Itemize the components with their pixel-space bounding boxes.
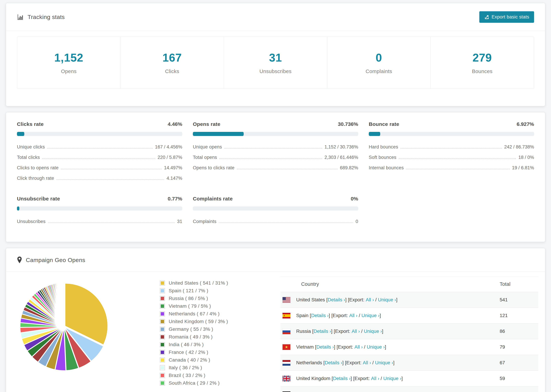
rate-detail-row: Total opens 2,303 / 61.446% <box>193 152 358 163</box>
slash-separator: / <box>364 344 365 350</box>
rate-detail-row: Soft bounces 18 / 0% <box>369 152 534 163</box>
rate-detail-value: 19 / 6.81% <box>512 165 534 170</box>
rate-title: Unsubscribe rate <box>17 196 60 202</box>
export-unique-link[interactable]: Unique › <box>375 360 393 365</box>
dotted-leader <box>48 223 175 223</box>
rate-detail-label: Complaints <box>193 219 216 224</box>
export-unique-link[interactable]: Unique › <box>378 297 396 302</box>
export-prefix: [Export: <box>331 313 348 318</box>
export-unique-link[interactable]: Unique › <box>361 313 380 318</box>
geo-title-group: Campaign Geo Opens <box>17 256 85 264</box>
legend-label: France ( 42 / 2% ) <box>169 350 208 355</box>
rate-rows: Unique opens 1,152 / 30.736% Total opens… <box>193 142 358 173</box>
export-prefix: [Export: <box>345 360 361 365</box>
country-cell: Vietnam [ Details › ] [Export: All › / U… <box>281 344 500 350</box>
dotted-leader <box>219 223 353 223</box>
rate-block: Opens rate 30.736% Unique opens 1,152 / … <box>193 121 358 183</box>
export-basic-stats-button[interactable]: Export basic stats <box>479 11 534 23</box>
export-icon <box>484 14 489 20</box>
legend-label: Germany ( 55 / 3% ) <box>169 327 213 332</box>
rate-head: Clicks rate 4.46% <box>17 121 182 127</box>
legend-item: Spain ( 121 / 7% ) <box>160 288 281 294</box>
dotted-leader <box>57 179 164 180</box>
details-link[interactable]: Details › <box>325 360 342 365</box>
legend-color-swatch <box>160 373 165 378</box>
rate-progress-track <box>17 132 182 136</box>
legend-color-swatch <box>160 365 165 370</box>
tracking-stats-title-group: Tracking stats <box>17 14 65 21</box>
bar-chart-icon <box>17 14 24 21</box>
dotted-leader <box>219 158 322 159</box>
legend-item: South Africa ( 29 / 2% ) <box>160 380 281 386</box>
legend-color-swatch <box>160 334 165 339</box>
bracket-close: ] <box>331 329 332 334</box>
legend-color-swatch <box>160 350 165 355</box>
geo-table-row: Russia [ Details › ] [Export: All › / Un… <box>281 323 538 339</box>
rate-progress-fill <box>369 132 380 136</box>
geo-table-row: Spain [ Details › ] [Export: All › / Uni… <box>281 308 538 323</box>
details-link[interactable]: Details › <box>328 297 345 302</box>
legend-item: Italy ( 36 / 2% ) <box>160 365 281 371</box>
slash-separator: / <box>361 329 363 334</box>
bracket-open: [ <box>323 360 325 365</box>
legend-color-swatch <box>160 304 165 309</box>
rate-head: Opens rate 30.736% <box>193 121 358 127</box>
rate-head: Bounce rate 6.927% <box>369 121 534 127</box>
rate-detail-value: 167 / 4.456% <box>155 144 182 150</box>
rate-detail-value: 2,303 / 61.446% <box>325 155 358 160</box>
country-cell: United Kingdom [ Details › ] [Export: Al… <box>281 376 500 381</box>
rate-detail-value: 1,152 / 30.736% <box>325 144 358 150</box>
export-all-link[interactable]: All › <box>349 313 357 318</box>
export-button-label: Export basic stats <box>492 14 529 20</box>
legend-label: United Kingdom ( 59 / 3% ) <box>169 319 228 324</box>
rate-progress-fill <box>17 132 24 136</box>
export-all-link[interactable]: All › <box>371 376 379 381</box>
export-all-link[interactable]: All › <box>354 344 363 350</box>
legend-item: United States ( 541 / 31% ) <box>160 280 281 286</box>
tracking-stats-body: 1,152 Opens 167 Clicks 31 Unsubscribes 0… <box>6 31 545 106</box>
bracket-open: [ <box>312 329 313 334</box>
details-link[interactable]: Details › <box>311 313 329 318</box>
rate-detail-label: Clicks to opens rate <box>17 165 58 170</box>
details-link[interactable]: Details › <box>313 329 331 334</box>
rate-detail-row: Click through rate 4.147% <box>17 173 182 183</box>
export-all-link[interactable]: All › <box>363 360 371 365</box>
rates-grid: Clicks rate 4.46% Unique clicks 167 / 4.… <box>17 121 534 227</box>
rate-detail-value: 689.82% <box>340 165 358 170</box>
legend-label: Spain ( 121 / 7% ) <box>169 288 208 294</box>
rate-title: Clicks rate <box>17 121 44 127</box>
dotted-leader <box>237 169 338 169</box>
rate-value: 0% <box>351 196 358 202</box>
rate-value: 30.736% <box>338 121 358 127</box>
geo-panel-header: Campaign Geo Opens <box>6 248 545 272</box>
legend-label: Netherlands ( 67 / 4% ) <box>169 311 219 317</box>
country-name: Spain <box>296 313 309 318</box>
export-prefix: [Export: <box>353 376 370 381</box>
rate-rows: Unsubscribes 31 <box>17 216 182 227</box>
country-total: 541 <box>500 292 538 308</box>
details-link[interactable]: Details › <box>333 376 351 381</box>
export-all-link[interactable]: All › <box>366 297 374 302</box>
dotted-leader <box>42 158 155 159</box>
geo-table-row: United States [ Details › ] [Export: All… <box>281 292 538 308</box>
legend-label: Romania ( 49 / 3% ) <box>169 334 213 340</box>
rate-detail-row: Complaints 0 <box>193 216 358 227</box>
legend-label: Vietnam ( 79 / 5% ) <box>169 303 211 309</box>
rate-detail-label: Total opens <box>193 155 217 160</box>
export-all-link[interactable]: All › <box>352 329 360 334</box>
legend-color-swatch <box>160 288 165 293</box>
country-total: 67 <box>500 355 538 371</box>
bracket-close: ] <box>351 376 352 381</box>
geo-table-column: Country Total United States [ Details › … <box>281 277 538 392</box>
rate-block: Bounce rate 6.927% Hard bounces 242 / 86… <box>369 121 534 183</box>
rate-detail-value: 220 / 5.87% <box>158 155 182 160</box>
legend-color-swatch <box>160 280 165 286</box>
details-link[interactable]: Details › <box>316 344 334 350</box>
bracket-open: [ <box>310 313 311 318</box>
export-unique-link[interactable]: Unique › <box>383 376 402 381</box>
export-unique-link[interactable]: Unique › <box>364 329 382 334</box>
flag-us-icon <box>283 297 290 303</box>
export-unique-link[interactable]: Unique › <box>367 344 385 350</box>
geo-table-row: Germany [ Details › ] [Export: All › / U… <box>281 386 538 392</box>
country-name: United States <box>296 297 325 302</box>
